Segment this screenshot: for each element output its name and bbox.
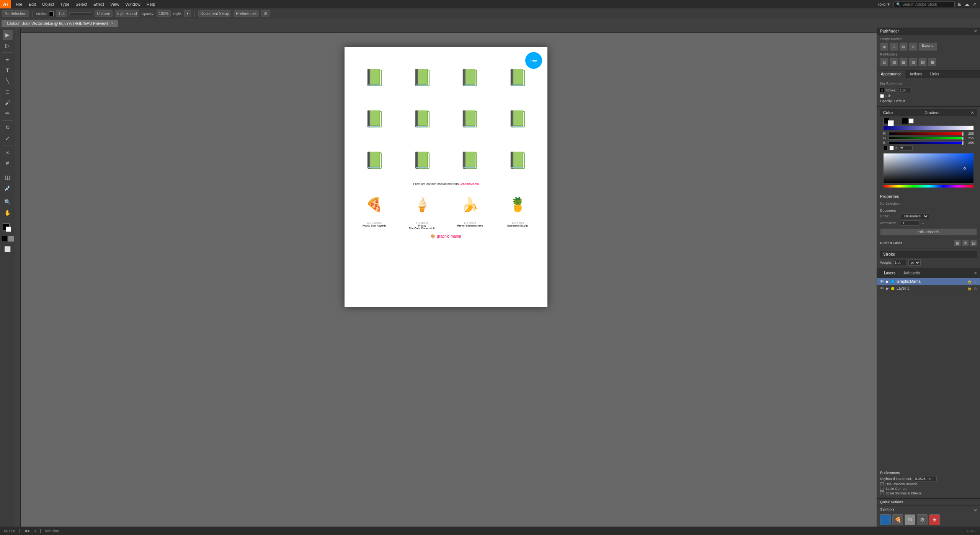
paintbrush-tool[interactable]: 🖌 [3,98,13,108]
opacity-value[interactable]: 100% [157,10,171,17]
layer-target-layer3[interactable]: ◎ [974,287,977,290]
menu-object[interactable]: Object [39,1,57,7]
intersect-btn[interactable]: ⊗ [899,42,908,51]
units-select[interactable]: Millimeters [901,213,929,219]
pencil-tool[interactable]: ✏ [3,108,13,118]
eyedropper-tool[interactable]: 💉 [3,183,13,193]
promo-link[interactable]: GraphicMama [459,182,479,186]
rotate-tool[interactable]: ↻ [3,122,13,132]
text-tool[interactable]: T [3,65,13,75]
artboards-plus[interactable]: + [926,220,928,226]
ki-input[interactable] [914,476,937,481]
minus-front-btn[interactable]: ⊖ [890,42,898,51]
color-none-btn[interactable] [908,118,914,124]
layer-target-graphicmama[interactable]: ◎ [974,280,977,284]
trim-btn[interactable]: ▥ [890,58,898,66]
symbol-4[interactable]: ⚙ [917,514,928,525]
scale-strokes-checkbox[interactable]: ✓ [880,491,884,495]
weight-unit-select[interactable]: pt [908,259,921,266]
unite-btn[interactable]: ⊕ [880,42,889,51]
menu-select[interactable]: Select [73,1,90,7]
color-solid-btn[interactable] [902,118,908,124]
layer-expand-graphicmama[interactable]: ▶ [886,280,889,284]
actions-tab[interactable]: Actions [906,70,926,78]
fill-cs[interactable] [888,120,894,126]
stroke-color-swatch[interactable] [49,11,54,16]
crop-btn[interactable]: ▧ [909,58,917,66]
pathfinder-collapse[interactable]: ✕ [974,29,977,33]
artboards-input[interactable] [901,220,920,226]
none-mode-icon[interactable] [8,236,14,242]
hue-slider[interactable] [883,185,974,188]
blend-tool[interactable]: ∞ [3,147,13,157]
preferences-btn[interactable]: Preferences [234,10,259,17]
appearance-tab[interactable]: Appearance [877,70,906,78]
weight-input[interactable] [893,260,907,265]
symbol-2[interactable]: 🍕 [892,514,903,525]
hex-input[interactable] [899,145,913,151]
mesh-tool[interactable]: # [3,158,13,168]
minus-back-btn[interactable]: ▩ [928,58,936,66]
pen-tool[interactable]: ✒ [3,55,13,65]
stroke-panel-header[interactable]: Stroke [880,251,977,258]
pathfinder-header[interactable]: Pathfinder ✕ [877,28,980,35]
color-spectrum[interactable] [883,153,974,184]
layers-panel-collapse[interactable]: ✕ [974,271,977,275]
stroke-style[interactable]: Uniform [95,10,113,17]
cloud-icon[interactable]: ☁ [965,2,969,7]
artboard-tool[interactable]: ⬜ [3,244,13,254]
layer-item-layer3[interactable]: 👁 ▶ Layer 3 🔓 ◎ [877,285,980,292]
document-setup-btn[interactable]: Document Setup [198,10,232,17]
normal-mode-icon[interactable] [1,236,7,242]
scale-tool[interactable]: ⤢ [3,133,13,143]
zoom-level[interactable]: 66,67% [4,529,16,533]
artboards-minus[interactable]: − [921,220,924,226]
divide-btn[interactable]: ▤ [880,58,889,66]
color-panel-header[interactable]: Color Gradient ✕ [880,109,977,116]
symbols-collapse[interactable]: ✕ [974,508,977,512]
select-tool[interactable]: ▶ [3,30,13,40]
layers-tab[interactable]: Layers [880,270,900,276]
r-slider-track[interactable] [889,132,964,135]
menu-type[interactable]: Type [58,1,72,7]
gradient-tool[interactable]: ◫ [3,172,13,182]
style-picker[interactable]: ▼ [184,10,191,17]
symbol-3[interactable]: ⚙ [905,514,915,525]
expand-btn[interactable]: Expand [918,42,937,51]
corner-style[interactable]: 5 pt. Round [115,10,139,17]
document-tab[interactable]: Cartoon Book Vector Set.ai @ 66,67% (RGB… [2,20,118,27]
line-tool[interactable]: ╲ [3,76,13,86]
use-preview-bounds-checkbox[interactable]: ✓ [880,482,884,486]
menu-file[interactable]: File [13,1,25,7]
grid-btn[interactable]: # [962,240,969,246]
menu-help[interactable]: Help [144,1,158,7]
tab-close-btn[interactable]: × [111,21,113,25]
menu-window[interactable]: Window [123,1,143,7]
direct-select-tool[interactable]: ▷ [3,41,13,51]
menu-edit[interactable]: Edit [26,1,39,7]
layer-expand-layer3[interactable]: ▶ [886,287,889,290]
menu-view[interactable]: View [108,1,122,7]
merge-btn[interactable]: ▦ [899,58,908,66]
hand-tool[interactable]: ✋ [3,208,13,218]
canvas-area[interactable]: free 📗 📗 📗 📗 📗 📗 📗 📗 📗 📗 📗 📗 [15,28,877,527]
background-swatch[interactable] [6,227,11,232]
b-slider-track[interactable] [889,141,964,144]
edit-artboards-btn[interactable]: Edit Artboards [880,228,977,235]
color-panel-collapse[interactable]: ✕ [971,111,974,115]
search-stock-input[interactable] [902,2,952,7]
symbol-1[interactable] [880,514,891,525]
arrangement-btn[interactable]: ⊞ [261,10,270,17]
g-slider-track[interactable] [889,137,964,140]
status-arrows[interactable]: ◀ ▶ [24,529,31,533]
share-icon[interactable]: ↗ [972,2,976,7]
layer-lock-graphicmama[interactable]: 🔒 [967,280,972,284]
scale-corners-checkbox[interactable]: ✓ [880,487,884,491]
symbol-5[interactable]: ★ [929,514,940,525]
layer-eye-layer3[interactable]: 👁 [880,286,884,290]
arrange-icon[interactable]: ⊞ [958,2,962,7]
stroke-value[interactable]: 1 pt [56,10,67,17]
stroke-icon[interactable] [880,88,884,92]
outline-btn[interactable]: ▨ [918,58,927,66]
links-tab[interactable]: Links [926,70,943,78]
